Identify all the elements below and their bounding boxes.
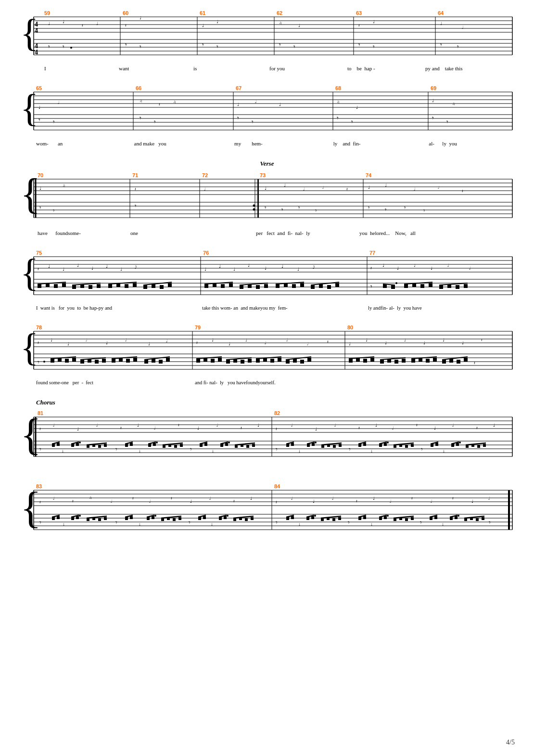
svg-text:𝄾: 𝄾: [154, 120, 156, 123]
verse-label: Verse: [19, 160, 515, 168]
svg-text:𝄽: 𝄽: [346, 188, 348, 191]
svg-point-44: [70, 47, 72, 49]
lyric: and make you: [134, 141, 235, 146]
svg-text:𝅗𝅥: 𝅗𝅥: [53, 423, 54, 427]
svg-text:↓: ↓: [62, 448, 64, 454]
svg-text:4: 4: [35, 27, 38, 34]
svg-text:♩: ♩: [67, 341, 69, 346]
svg-text:♫: ♫: [452, 102, 455, 106]
svg-text:71: 71: [132, 172, 138, 178]
svg-rect-455: [384, 443, 387, 446]
page: { 4 4 4 4 59 60 61 62: [0, 0, 534, 756]
system-6: { 81 82 𝄽 𝅗𝅥 ♩ 𝅗�: [19, 408, 515, 468]
svg-rect-461: [411, 444, 414, 447]
svg-text:♩: ♩: [265, 266, 267, 271]
svg-line-246: [439, 283, 468, 285]
svg-rect-558: [251, 517, 254, 520]
svg-text:↓: ↓: [211, 521, 213, 527]
system-4: { 75 76 77 𝄽 ♩ ♩: [19, 249, 515, 311]
svg-text:♩: ♩: [250, 496, 252, 501]
svg-text:↓: ↓: [443, 448, 445, 454]
svg-text:𝅗𝅥: 𝅗𝅥: [447, 263, 449, 267]
svg-rect-590: [434, 516, 437, 519]
svg-rect-529: [98, 518, 101, 521]
svg-rect-538: [152, 516, 154, 519]
svg-point-401: [79, 442, 81, 443]
svg-text:♩: ♩: [349, 341, 351, 346]
svg-text:𝄽: 𝄽: [276, 428, 277, 430]
svg-rect-451: [363, 443, 366, 446]
svg-rect-307: [152, 359, 155, 363]
svg-text:♩: ♩: [38, 105, 40, 110]
svg-rect-520: [57, 516, 60, 519]
svg-text:𝄾: 𝄾: [368, 207, 370, 209]
svg-rect-324: [278, 358, 281, 362]
svg-text:♩: ♩: [443, 338, 445, 342]
svg-rect-534: [130, 516, 133, 519]
svg-text:63: 63: [356, 10, 362, 16]
svg-point-568: [314, 515, 316, 517]
svg-text:𝄽: 𝄽: [178, 424, 179, 427]
svg-text:♩: ♩: [373, 19, 375, 24]
svg-rect-197: [72, 285, 76, 289]
svg-text:75: 75: [36, 250, 42, 256]
lyric: take this wom- an and makeyou my fem-: [202, 305, 368, 311]
svg-rect-205: [133, 283, 137, 287]
system-2: { 65 66 67 68 69: [19, 85, 515, 146]
svg-text:♩: ♩: [39, 186, 41, 191]
svg-text:↓: ↓: [212, 448, 214, 454]
svg-rect-214: [221, 284, 225, 288]
svg-text:♩: ♩: [298, 23, 300, 28]
svg-text:♩: ♩: [219, 264, 221, 269]
svg-rect-341: [411, 359, 415, 363]
svg-rect-566: [311, 516, 314, 519]
svg-text:𝄾: 𝄾: [457, 45, 459, 48]
svg-rect-321: [256, 359, 260, 363]
svg-rect-199: [89, 285, 92, 289]
svg-text:♫: ♫: [89, 495, 92, 500]
svg-text:↓: ↓: [139, 521, 141, 527]
svg-rect-336: [380, 360, 384, 364]
svg-rect-204: [125, 284, 128, 288]
svg-text:♩: ♩: [368, 185, 370, 190]
svg-line-406: [87, 443, 107, 445]
svg-text:66: 66: [136, 85, 141, 91]
svg-rect-215: [229, 283, 233, 287]
svg-text:♩: ♩: [375, 423, 377, 428]
svg-text:𝄾: 𝄾: [349, 448, 351, 451]
svg-text:♩: ♩: [140, 15, 141, 20]
lyric: py and take this: [425, 65, 503, 71]
svg-text:♩: ♩: [284, 183, 286, 188]
svg-rect-225: [300, 283, 304, 287]
svg-rect-585: [405, 518, 408, 521]
svg-text:77: 77: [369, 250, 375, 256]
svg-text:♩: ♩: [216, 19, 218, 24]
lyric: ly and fin-: [333, 141, 429, 146]
svg-point-582: [387, 515, 389, 517]
svg-rect-594: [455, 516, 458, 519]
svg-rect-303: [126, 359, 130, 363]
svg-text:74: 74: [366, 172, 372, 178]
svg-rect-460: [405, 445, 408, 448]
svg-text:↓: ↓: [370, 521, 373, 527]
lyric: al- ly you: [429, 141, 515, 146]
lyric: you helored... Now, all: [359, 230, 504, 236]
svg-text:𝄽: 𝄽: [474, 362, 475, 365]
svg-text:𝄾: 𝄾: [432, 117, 434, 119]
svg-rect-572: [338, 517, 341, 520]
svg-text:♩: ♩: [281, 264, 283, 269]
svg-text:𝅗𝅥: 𝅗𝅥: [392, 426, 394, 430]
svg-text:↓: ↓: [370, 448, 373, 454]
svg-text:{: {: [20, 87, 38, 129]
svg-text:𝅗𝅥: 𝅗𝅥: [438, 185, 439, 189]
svg-text:♩: ♩: [106, 340, 108, 345]
svg-text:69: 69: [431, 85, 436, 91]
svg-rect-298: [95, 360, 99, 364]
lyric: wom- an: [36, 141, 134, 146]
svg-text:72: 72: [202, 172, 208, 178]
svg-text:♩: ♩: [315, 427, 317, 431]
svg-rect-600: [482, 517, 484, 520]
svg-line-573: [321, 516, 341, 518]
svg-text:♩: ♩: [237, 102, 239, 107]
svg-text:♫: ♫: [140, 99, 142, 103]
